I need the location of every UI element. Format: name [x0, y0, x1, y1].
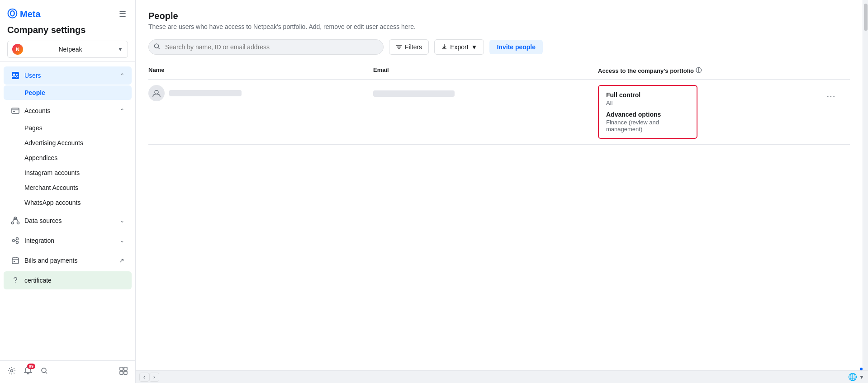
nav-forward-button[interactable]: ›	[149, 373, 159, 382]
nav-back-button[interactable]: ‹	[139, 373, 149, 382]
sidebar-item-appendices[interactable]: Appendices	[4, 151, 132, 165]
svg-point-14	[42, 368, 46, 373]
notifications-button[interactable]: 99	[24, 366, 33, 378]
sidebar-item-pages[interactable]: Pages	[4, 121, 132, 135]
certificate-section: ? certificate	[0, 271, 135, 289]
accounts-expand-icon: ⌃	[120, 108, 124, 114]
avatar	[148, 85, 165, 101]
svg-rect-11	[12, 258, 19, 264]
table-header: Name Email Access to the company's portf…	[148, 62, 850, 80]
meta-logo: Ⓞ Meta	[7, 7, 41, 21]
bills-icon	[11, 256, 20, 265]
settings-button[interactable]	[7, 366, 16, 378]
accounts-icon	[11, 106, 20, 115]
users-subitems: People	[0, 85, 135, 100]
company-avatar: N	[12, 44, 23, 55]
page-title: People	[148, 11, 850, 21]
hamburger-button[interactable]: ☰	[117, 7, 128, 21]
meta-icon: Ⓞ	[7, 7, 17, 21]
col-actions-header	[823, 66, 850, 75]
instagram-accounts-label: Instagram accounts	[24, 169, 80, 176]
export-chevron-icon: ▼	[471, 43, 478, 51]
sidebar-item-merchant-accounts[interactable]: Merchant Accounts	[4, 180, 132, 195]
globe-icon: 🌐	[848, 373, 857, 381]
certificate-label: certificate	[24, 277, 52, 284]
svg-rect-17	[120, 371, 123, 374]
bottom-chevron-icon: ▼	[859, 374, 864, 380]
svg-rect-0	[12, 72, 19, 79]
users-icon	[11, 71, 20, 80]
invite-label: Invite people	[497, 43, 536, 51]
accounts-subitems: Pages Advertising Accounts Appendices In…	[0, 121, 135, 210]
users-section: Users ⌃ People	[0, 66, 135, 100]
user-email-cell: ████████████████████████	[373, 85, 598, 97]
right-scrollbar[interactable]	[863, 0, 868, 370]
search-button[interactable]	[40, 366, 49, 378]
svg-point-8	[13, 240, 15, 242]
filters-label: Filters	[405, 43, 422, 51]
export-button[interactable]: Export ▼	[434, 39, 484, 55]
bills-section: Bills and payments ↗	[0, 251, 135, 270]
user-name-cell: ██████████████████	[148, 85, 373, 101]
integration-icon	[11, 236, 20, 245]
user-email-blurred: ████████████████████████	[373, 90, 455, 97]
data-sources-label: Data sources	[24, 217, 62, 224]
scrollbar-thumb[interactable]	[864, 4, 868, 31]
accounts-section: Accounts ⌃ Pages Advertising Accounts Ap…	[0, 102, 135, 210]
integration-section: Integration ⌄	[0, 232, 135, 250]
more-options-button[interactable]: ⋯	[823, 89, 839, 103]
company-settings-title: Company settings	[7, 24, 128, 35]
search-container	[148, 39, 384, 55]
svg-point-2	[16, 74, 18, 76]
sidebar-item-certificate[interactable]: ? certificate	[4, 271, 132, 289]
data-sources-section: Data sources ⌄	[0, 212, 135, 230]
advertising-accounts-label: Advertising Accounts	[24, 139, 83, 147]
svg-point-1	[13, 74, 15, 76]
sidebar-item-instagram-accounts[interactable]: Instagram accounts	[4, 165, 132, 180]
layout-button[interactable]	[119, 366, 128, 378]
search-input[interactable]	[148, 39, 384, 55]
integration-expand-icon: ⌄	[120, 237, 124, 244]
advanced-options-sub: Finance (review and management)	[606, 119, 689, 132]
col-name-header: Name	[148, 66, 373, 75]
accounts-label: Accounts	[24, 107, 51, 114]
sidebar-item-data-sources[interactable]: Data sources ⌄	[4, 212, 132, 230]
svg-rect-12	[14, 261, 15, 262]
sidebar-item-whatsapp-accounts[interactable]: WhatsApp accounts	[4, 195, 132, 210]
user-access-cell: Full control All Advanced options Financ…	[598, 85, 823, 139]
col-access-label: Access to the company's portfolio	[598, 67, 694, 74]
sidebar-item-advertising-accounts[interactable]: Advertising Accounts	[4, 136, 132, 150]
sidebar-item-people[interactable]: People	[4, 85, 132, 100]
sidebar-item-accounts[interactable]: Accounts ⌃	[4, 102, 132, 120]
people-label: People	[24, 89, 45, 96]
pages-label: Pages	[24, 124, 43, 132]
invite-people-button[interactable]: Invite people	[489, 40, 543, 54]
row-actions: ⋯	[823, 85, 850, 103]
info-icon[interactable]: ⓘ	[696, 66, 702, 75]
company-selector[interactable]: N Netpeak ▼	[7, 41, 128, 58]
svg-point-13	[11, 370, 13, 372]
data-sources-icon	[11, 216, 20, 225]
user-name-blurred: ██████████████████	[169, 90, 242, 96]
svg-point-19	[155, 44, 159, 48]
sidebar-item-users[interactable]: Users ⌃	[4, 66, 132, 85]
sidebar-item-integration[interactable]: Integration ⌄	[4, 232, 132, 250]
appendices-label: Appendices	[24, 154, 57, 161]
users-expand-icon: ⌃	[120, 72, 124, 79]
svg-rect-15	[120, 367, 123, 370]
bills-label: Bills and payments	[24, 257, 78, 264]
certificate-icon: ?	[11, 276, 20, 285]
bottom-nav-bar: ‹ › 🌐 ▼	[136, 370, 868, 383]
bills-external-icon: ↗	[119, 257, 124, 264]
integration-label: Integration	[24, 237, 54, 244]
full-control-title: Full control	[606, 91, 689, 99]
full-control-sub: All	[606, 99, 689, 106]
page-subtitle: These are users who have access to Netpe…	[148, 23, 850, 30]
merchant-accounts-label: Merchant Accounts	[24, 184, 78, 191]
sidebar-item-bills[interactable]: Bills and payments ↗	[4, 251, 132, 270]
meta-logo-text: Meta	[20, 9, 41, 19]
search-icon	[154, 43, 160, 51]
filters-button[interactable]: Filters	[389, 39, 429, 55]
access-popup: Full control All Advanced options Financ…	[598, 85, 697, 139]
svg-point-7	[17, 222, 19, 224]
